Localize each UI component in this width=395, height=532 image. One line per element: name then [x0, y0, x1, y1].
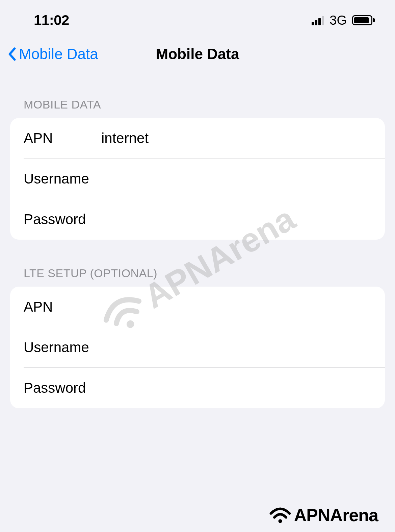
- back-label: Mobile Data: [19, 46, 98, 63]
- network-type-label: 3G: [330, 13, 347, 28]
- row-lte-username[interactable]: Username: [10, 327, 385, 368]
- chevron-left-icon: [7, 46, 18, 62]
- input-lte-apn[interactable]: [101, 299, 371, 315]
- input-password[interactable]: [101, 211, 371, 227]
- section-header-mobile-data: MOBILE DATA: [10, 98, 385, 118]
- label-lte-password: Password: [24, 380, 101, 396]
- label-username: Username: [24, 171, 101, 187]
- signal-icon: [312, 15, 324, 25]
- input-apn[interactable]: [101, 130, 371, 146]
- footer-brand-text: APNArena: [294, 505, 378, 525]
- input-lte-password[interactable]: [101, 380, 371, 396]
- row-lte-password[interactable]: Password: [10, 368, 385, 408]
- section-header-lte: LTE SETUP (OPTIONAL): [10, 267, 385, 287]
- svg-point-1: [278, 519, 282, 523]
- page-title: Mobile Data: [156, 46, 239, 63]
- label-lte-apn: APN: [24, 299, 101, 315]
- row-password[interactable]: Password: [10, 199, 385, 240]
- wifi-icon: [268, 505, 292, 525]
- status-time: 11:02: [34, 12, 69, 28]
- battery-icon: [352, 15, 375, 25]
- section-lte-setup: LTE SETUP (OPTIONAL) APN Username Passwo…: [0, 267, 395, 408]
- label-apn: APN: [24, 130, 101, 146]
- status-bar: 11:02 3G: [0, 0, 395, 34]
- back-button[interactable]: Mobile Data: [7, 46, 98, 63]
- row-apn[interactable]: APN: [10, 118, 385, 159]
- status-right: 3G: [312, 13, 375, 28]
- footer-logo: APNArena: [268, 505, 378, 525]
- section-group-mobile-data: APN Username Password: [10, 118, 385, 240]
- section-mobile-data: MOBILE DATA APN Username Password: [0, 98, 395, 240]
- row-lte-apn[interactable]: APN: [10, 287, 385, 327]
- row-username[interactable]: Username: [10, 159, 385, 199]
- input-lte-username[interactable]: [101, 339, 371, 356]
- label-lte-username: Username: [24, 339, 101, 356]
- section-group-lte: APN Username Password: [10, 287, 385, 408]
- input-username[interactable]: [101, 171, 371, 187]
- navigation-bar: Mobile Data Mobile Data: [0, 34, 395, 71]
- label-password: Password: [24, 211, 101, 227]
